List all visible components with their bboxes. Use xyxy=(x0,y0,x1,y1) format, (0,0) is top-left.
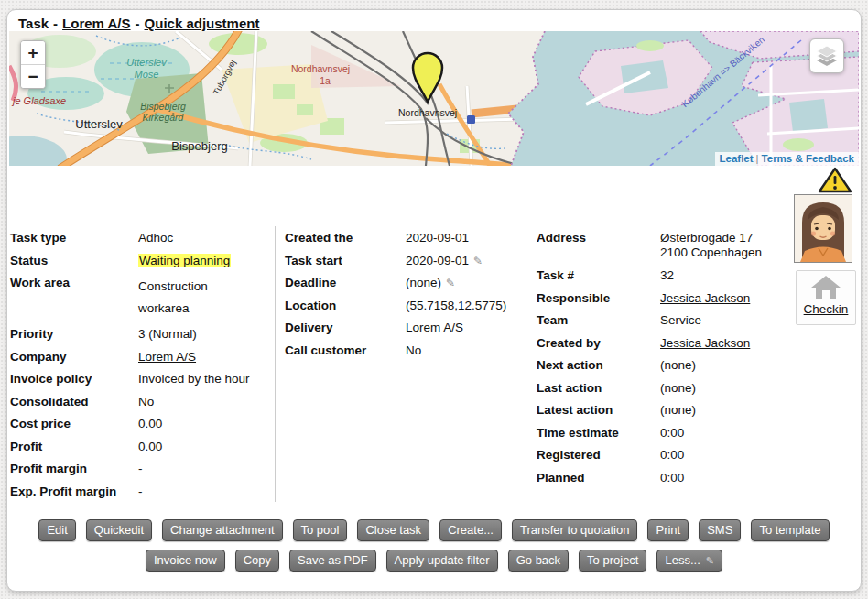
change-attachment-button[interactable]: Change attachment xyxy=(162,519,282,541)
sms-button[interactable]: SMS xyxy=(699,519,741,541)
field-consolidated: Consolidated No xyxy=(10,395,270,410)
breadcrumb-root: Task xyxy=(18,16,49,31)
field-label: Planned xyxy=(537,471,660,486)
invoice-now-button[interactable]: Invoice now xyxy=(146,550,225,572)
field-label: Deadline xyxy=(285,276,406,291)
details-right-column: Address Østerbrogade 17 2100 Copenhagen … xyxy=(537,231,791,493)
field-value: Construction workarea xyxy=(138,276,270,320)
breadcrumb-company-link[interactable]: Lorem A/S xyxy=(62,16,130,31)
field-label: Latest action xyxy=(537,403,660,419)
checkin-button[interactable]: Checkin xyxy=(796,270,856,325)
field-label: Next action xyxy=(537,358,660,374)
column-divider xyxy=(526,226,526,502)
zoom-out-button[interactable]: − xyxy=(21,65,45,88)
field-profit: Profit 0.00 xyxy=(10,440,270,455)
to-pool-button[interactable]: To pool xyxy=(293,519,348,541)
field-value: Lorem A/S xyxy=(406,321,521,336)
field-label: Delivery xyxy=(285,321,406,336)
map-label-bispebjerg: Bispebjerg xyxy=(171,139,227,153)
field-created-by: Created by Jessica Jackson xyxy=(537,336,791,352)
leaflet-link[interactable]: Leaflet xyxy=(720,153,754,164)
less-button[interactable]: Less...✎ xyxy=(656,550,722,572)
field-label: Created the xyxy=(285,231,406,246)
field-delivery: Delivery Lorem A/S xyxy=(285,321,521,336)
edit-pencil-icon[interactable]: ✎ xyxy=(446,277,455,289)
field-label: Consolidated xyxy=(10,395,138,410)
button-row-1: Edit Quickedit Change attachment To pool… xyxy=(7,519,861,541)
copy-button[interactable]: Copy xyxy=(235,550,279,572)
edit-pencil-icon[interactable]: ✎ xyxy=(473,255,483,267)
go-back-button[interactable]: Go back xyxy=(508,550,569,572)
column-divider xyxy=(275,226,276,502)
map-label-nordhavnsvej-1a: 1a xyxy=(320,75,331,86)
field-value: 0.00 xyxy=(138,440,270,455)
field-label: Profit xyxy=(10,440,138,455)
field-task-start: Task start 2020-09-01✎ xyxy=(285,254,521,269)
field-team: Team Service xyxy=(537,313,791,329)
field-label: Status xyxy=(10,254,138,269)
create-button[interactable]: Create... xyxy=(439,519,502,541)
field-responsible: Responsible Jessica Jackson xyxy=(537,291,791,307)
field-label: Profit margin xyxy=(10,462,138,477)
less-button-label: Less... xyxy=(665,553,700,567)
field-value: (none) xyxy=(660,381,791,397)
field-value: Invoiced by the hour xyxy=(138,372,270,387)
map-layers-button[interactable] xyxy=(809,38,844,73)
field-task-number: Task # 32 xyxy=(537,268,791,284)
company-link[interactable]: Lorem A/S xyxy=(138,350,196,364)
field-exp-profit-margin: Exp. Profit margin - xyxy=(10,485,270,500)
field-next-action: Next action (none) xyxy=(537,358,791,374)
field-profit-margin: Profit margin - xyxy=(10,462,270,477)
field-label: Last action xyxy=(537,381,660,397)
save-as-pdf-button[interactable]: Save as PDF xyxy=(289,550,376,572)
field-value: Adhoc xyxy=(138,231,270,246)
print-button[interactable]: Print xyxy=(647,519,689,541)
attribution-divider: | xyxy=(756,153,759,164)
edit-button[interactable]: Edit xyxy=(38,519,75,541)
map-attribution: Leaflet|Terms & Feedback xyxy=(715,152,860,166)
field-value: 0:00 xyxy=(660,426,791,441)
field-label: Work area xyxy=(10,276,138,291)
status-badge: Waiting planning xyxy=(138,254,231,267)
apply-update-filter-button[interactable]: Apply update filter xyxy=(386,550,498,572)
to-template-button[interactable]: To template xyxy=(751,519,829,541)
field-value: (none) xyxy=(406,276,441,289)
field-value: 0.00 xyxy=(138,417,270,432)
field-label: Exp. Profit margin xyxy=(10,485,138,500)
breadcrumb-separator: - xyxy=(136,16,140,31)
close-task-button[interactable]: Close task xyxy=(357,519,429,541)
map[interactable]: Utterslev Mose Bispebjerg Kirkegård Utte… xyxy=(9,31,859,166)
field-invoice-policy: Invoice policy Invoiced by the hour xyxy=(10,372,270,387)
field-label: Responsible xyxy=(537,291,660,307)
field-status: Status Waiting planning xyxy=(10,254,270,269)
breadcrumb-separator: - xyxy=(53,16,58,31)
breadcrumb-current-link[interactable]: Quick adjustment xyxy=(145,16,260,31)
map-zoom-control: + − xyxy=(20,40,46,89)
field-label: Task type xyxy=(10,231,138,246)
details-left-column: Task type Adhoc Status Waiting planning … xyxy=(10,231,270,506)
field-company: Company Lorem A/S xyxy=(10,350,270,365)
field-value: No xyxy=(406,343,521,359)
zoom-in-button[interactable]: + xyxy=(21,41,45,65)
field-cost-price: Cost price 0.00 xyxy=(10,417,270,432)
field-label: Invoice policy xyxy=(10,372,138,387)
field-label: Cost price xyxy=(10,417,138,432)
field-label: Location xyxy=(285,299,406,314)
field-latest-action: Latest action (none) xyxy=(537,403,791,419)
field-last-action: Last action (none) xyxy=(537,381,791,397)
responsible-avatar[interactable] xyxy=(794,194,852,263)
responsible-link[interactable]: Jessica Jackson xyxy=(660,291,750,305)
field-value: - xyxy=(138,485,270,500)
field-label: Address xyxy=(537,231,660,246)
field-label: Team xyxy=(537,313,660,329)
field-value: (none) xyxy=(660,358,791,374)
field-time-estimate: Time estimate 0:00 xyxy=(537,426,791,441)
field-deadline: Deadline (none)✎ xyxy=(285,276,521,291)
created-by-link[interactable]: Jessica Jackson xyxy=(660,336,750,350)
transfer-to-quotation-button[interactable]: Transfer to quotation xyxy=(512,519,637,541)
terms-feedback-link[interactable]: Terms & Feedback xyxy=(762,153,854,164)
quickedit-button[interactable]: Quickedit xyxy=(86,519,152,541)
to-project-button[interactable]: To project xyxy=(579,550,646,572)
field-label: Task start xyxy=(285,254,406,269)
field-value: 32 xyxy=(660,268,791,284)
